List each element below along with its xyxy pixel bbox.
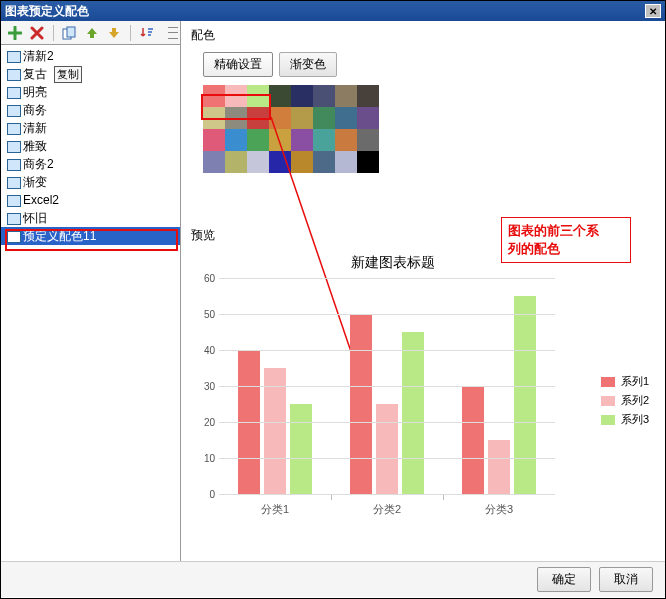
color-swatch[interactable] xyxy=(357,85,379,107)
separator xyxy=(53,25,54,41)
color-swatch[interactable] xyxy=(335,107,357,129)
list-item[interactable]: 商务2 xyxy=(1,155,180,173)
list-item[interactable]: 清新2 xyxy=(1,47,180,65)
color-swatch[interactable] xyxy=(225,151,247,173)
list-item[interactable]: 明亮 xyxy=(1,83,180,101)
list-item-label: 清新 xyxy=(23,120,47,137)
bar xyxy=(290,404,312,494)
color-swatch[interactable] xyxy=(225,107,247,129)
add-icon[interactable] xyxy=(7,25,23,41)
color-swatch[interactable] xyxy=(291,151,313,173)
color-swatch[interactable] xyxy=(291,129,313,151)
list-item[interactable]: Excel2 xyxy=(1,191,180,209)
color-swatch[interactable] xyxy=(357,107,379,129)
color-swatch[interactable] xyxy=(357,151,379,173)
color-swatch[interactable] xyxy=(269,85,291,107)
bar xyxy=(350,314,372,494)
list-item[interactable]: 雅致 xyxy=(1,137,180,155)
color-swatch[interactable] xyxy=(335,129,357,151)
color-swatch[interactable] xyxy=(203,85,225,107)
color-swatch[interactable] xyxy=(203,107,225,129)
list-item[interactable]: 商务 xyxy=(1,101,180,119)
color-swatch[interactable] xyxy=(247,151,269,173)
color-swatch[interactable] xyxy=(203,151,225,173)
list-item[interactable]: 预定义配色11 xyxy=(1,227,180,245)
scheme-icon xyxy=(7,176,19,188)
plot-area: 分类1分类2分类3 0102030405060 xyxy=(219,278,555,494)
color-swatch[interactable] xyxy=(313,151,335,173)
scheme-icon xyxy=(7,50,19,62)
color-swatch[interactable] xyxy=(247,85,269,107)
list-item-label: 复古 xyxy=(23,66,47,83)
list-item[interactable]: 怀旧 xyxy=(1,209,180,227)
color-swatch[interactable] xyxy=(335,151,357,173)
scheme-icon xyxy=(7,68,19,80)
color-swatch[interactable] xyxy=(269,107,291,129)
color-swatch[interactable] xyxy=(335,85,357,107)
color-swatch[interactable] xyxy=(269,129,291,151)
delete-icon[interactable] xyxy=(29,25,45,41)
chart-legend: 系列1系列2系列3 xyxy=(601,374,649,431)
bar xyxy=(514,296,536,494)
color-swatch[interactable] xyxy=(357,129,379,151)
legend-item[interactable]: 系列1 xyxy=(601,374,649,389)
grid-line xyxy=(219,494,555,495)
color-swatch[interactable] xyxy=(225,129,247,151)
list-item-label: 商务 xyxy=(23,102,47,119)
legend-label: 系列3 xyxy=(621,412,649,427)
tab-gradient[interactable]: 渐变色 xyxy=(279,52,337,77)
list-item-label: 雅致 xyxy=(23,138,47,155)
chart-title: 新建图表标题 xyxy=(191,254,595,272)
list-item-label: Excel2 xyxy=(23,193,59,207)
color-swatch[interactable] xyxy=(291,107,313,129)
legend-label: 系列2 xyxy=(621,393,649,408)
scheme-icon xyxy=(7,230,19,242)
color-swatch[interactable] xyxy=(291,85,313,107)
cancel-button[interactable]: 取消 xyxy=(599,567,653,592)
legend-item[interactable]: 系列3 xyxy=(601,412,649,427)
up-icon[interactable] xyxy=(84,25,100,41)
scheme-icon xyxy=(7,158,19,170)
list-item-label: 怀旧 xyxy=(23,210,47,227)
list-item-label: 渐变 xyxy=(23,174,47,191)
scheme-icon xyxy=(7,212,19,224)
color-swatch[interactable] xyxy=(247,129,269,151)
tab-exact[interactable]: 精确设置 xyxy=(203,52,273,77)
color-swatch[interactable] xyxy=(313,107,335,129)
scheme-list[interactable]: 清新2复古复制明亮商务清新雅致商务2渐变Excel2怀旧预定义配色11 xyxy=(1,45,180,561)
ok-button[interactable]: 确定 xyxy=(537,567,591,592)
list-item[interactable]: 清新 xyxy=(1,119,180,137)
palette-section-label: 配色 xyxy=(191,27,655,44)
list-item[interactable]: 渐变 xyxy=(1,173,180,191)
list-item-label: 预定义配色11 xyxy=(23,228,96,245)
bar xyxy=(488,440,510,494)
color-palette xyxy=(203,85,379,173)
color-swatch[interactable] xyxy=(313,129,335,151)
legend-item[interactable]: 系列2 xyxy=(601,393,649,408)
down-icon[interactable] xyxy=(106,25,122,41)
color-swatch[interactable] xyxy=(313,85,335,107)
tabs: 精确设置 渐变色 xyxy=(203,52,655,77)
close-button[interactable]: ✕ xyxy=(645,4,661,18)
sort-icon[interactable] xyxy=(139,25,155,41)
y-tick-label: 50 xyxy=(204,309,215,320)
color-swatch[interactable] xyxy=(203,129,225,151)
color-swatch[interactable] xyxy=(225,85,247,107)
copy-icon[interactable] xyxy=(62,25,78,41)
x-tick-label: 分类1 xyxy=(261,502,289,517)
scheme-icon xyxy=(7,194,19,206)
list-toolbar xyxy=(1,21,180,45)
scheme-icon xyxy=(7,86,19,98)
bar xyxy=(462,386,484,494)
y-tick-label: 0 xyxy=(209,489,215,500)
bar xyxy=(402,332,424,494)
svg-rect-1 xyxy=(67,27,75,37)
color-swatch[interactable] xyxy=(247,107,269,129)
grid-line xyxy=(219,278,555,279)
list-item[interactable]: 复古复制 xyxy=(1,65,180,83)
scheme-icon xyxy=(7,104,19,116)
list-item-label: 清新2 xyxy=(23,48,54,65)
left-panel: 清新2复古复制明亮商务清新雅致商务2渐变Excel2怀旧预定义配色11 xyxy=(1,21,181,561)
color-swatch[interactable] xyxy=(269,151,291,173)
dialog-footer: 确定 取消 xyxy=(1,561,665,597)
